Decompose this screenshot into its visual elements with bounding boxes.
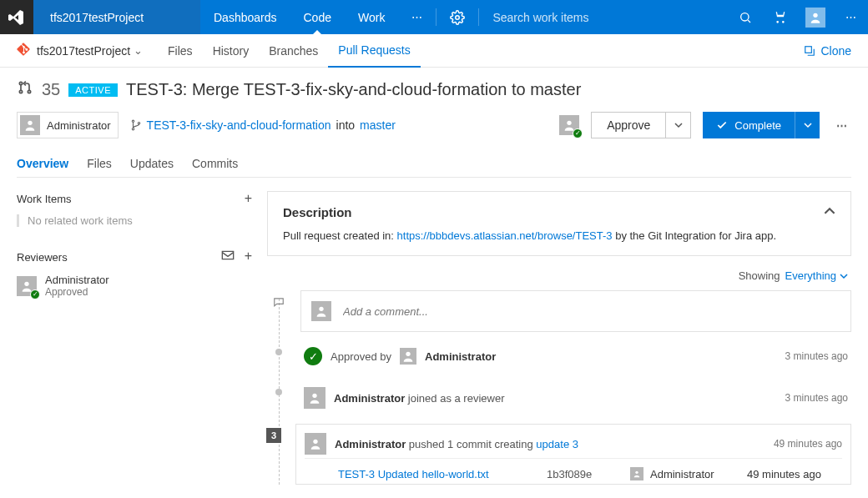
creator-chip[interactable]: Administrator (17, 112, 119, 138)
status-badge: ACTIVE (68, 83, 118, 97)
complete-dropdown[interactable] (795, 112, 820, 138)
svg-point-13 (24, 281, 28, 285)
prtab-overview[interactable]: Overview (17, 150, 68, 177)
description-link[interactable]: https://bbbdevs.atlassian.net/browse/TES… (397, 229, 613, 242)
avatar (630, 467, 643, 480)
breadcrumb-project[interactable]: tfs2017testProject (37, 44, 130, 58)
update-count-badge: 3 (266, 428, 281, 443)
svg-line-2 (748, 20, 750, 23)
overflow-icon[interactable]: ⋯ (833, 11, 868, 23)
pr-id: 35 (42, 80, 60, 99)
prtab-updates[interactable]: Updates (130, 150, 174, 177)
reviewer-status: Approved (45, 286, 109, 298)
svg-rect-4 (805, 46, 812, 53)
comment-input[interactable] (343, 305, 840, 318)
subnav-history[interactable]: History (203, 34, 260, 68)
filter-dropdown[interactable]: Everything (785, 269, 848, 282)
event-time: 49 minutes ago (774, 438, 842, 450)
svg-point-9 (132, 120, 134, 122)
project-selector[interactable]: tfs2017testProject (33, 0, 200, 34)
repo-navbar: tfs2017testProject ⌄ Files History Branc… (0, 34, 868, 68)
svg-point-11 (138, 123, 139, 124)
avatar (559, 115, 579, 135)
reviewer-avatar-chip[interactable] (559, 115, 579, 135)
svg-point-8 (28, 121, 32, 125)
event-user: Administrator (425, 350, 496, 363)
description-prefix: Pull request created in: (283, 229, 397, 242)
tab-work[interactable]: Work (345, 0, 398, 34)
overflow-icon[interactable]: ⋯ (831, 119, 851, 132)
add-reviewer-icon[interactable]: + (245, 249, 252, 265)
complete-button[interactable]: Complete (703, 112, 795, 138)
shop-icon[interactable] (763, 11, 798, 24)
mail-icon[interactable] (221, 249, 235, 265)
source-branch-link[interactable]: TEST-3-fix-sky-and-cloud-formation (147, 118, 331, 132)
approved-check-icon (573, 128, 583, 138)
work-items-title: Work Items (17, 193, 72, 205)
tab-more-icon[interactable]: ⋯ (398, 0, 436, 34)
commit-author: Administrator (650, 468, 714, 480)
search-icon[interactable] (728, 11, 763, 24)
approved-check-icon: ✓ (304, 347, 322, 365)
approve-button[interactable]: Approve (592, 113, 665, 138)
subnav-files[interactable]: Files (158, 34, 203, 68)
avatar (304, 387, 326, 409)
complete-button-group: Complete (703, 112, 820, 138)
vs-logo-icon[interactable] (0, 0, 33, 34)
target-branch-link[interactable]: master (360, 118, 396, 132)
search-input[interactable] (492, 11, 728, 24)
svg-point-14 (319, 307, 323, 311)
chevron-up-icon[interactable] (824, 205, 835, 219)
reviewers-title: Reviewers (17, 251, 68, 264)
tab-dashboards[interactable]: Dashboards (200, 0, 290, 34)
event-pushed: Administrator pushed 1 commit creating u… (305, 430, 842, 458)
add-work-item-icon[interactable]: + (245, 191, 252, 206)
branch-info: TEST-3-fix-sky-and-cloud-formation into … (130, 118, 396, 132)
avatar (20, 115, 40, 135)
into-text: into (336, 118, 356, 132)
svg-point-5 (19, 82, 22, 84)
description-title: Description (283, 205, 352, 219)
avatar (305, 433, 326, 455)
prtab-commits[interactable]: Commits (192, 150, 238, 177)
gear-icon[interactable] (437, 0, 478, 34)
approve-dropdown[interactable] (665, 113, 690, 138)
subnav-branches[interactable]: Branches (259, 34, 328, 68)
commit-row: TEST-3 Updated hello-world.txt 1b3f089e … (305, 458, 842, 484)
timeline: ✓ Approved by Administrator 3 minutes ag… (267, 290, 851, 485)
svg-point-17 (313, 440, 317, 444)
timeline-dot (275, 349, 282, 355)
svg-point-0 (456, 15, 460, 19)
commit-message-link[interactable]: TEST-3 Updated hello-world.txt (338, 468, 547, 480)
approve-button-group: Approve (591, 112, 691, 138)
pr-title: TEST-3: Merge TEST-3-fix-sky-and-cloud-f… (126, 80, 581, 99)
sidebar: Work Items + No related work items Revie… (17, 178, 267, 498)
tab-code[interactable]: Code (290, 0, 345, 34)
chevron-down-icon[interactable]: ⌄ (134, 44, 143, 57)
approved-check-icon (30, 289, 40, 299)
search-box[interactable] (479, 0, 728, 34)
filter-label: Showing (739, 269, 780, 282)
description-suffix: by the Git Integration for Jira app. (613, 229, 777, 242)
clone-button[interactable]: Clone (804, 44, 851, 58)
user-avatar[interactable] (798, 8, 833, 28)
svg-point-6 (19, 90, 22, 93)
svg-point-1 (741, 13, 749, 20)
event-time: 3 minutes ago (785, 350, 848, 362)
update-link[interactable]: update 3 (536, 438, 578, 450)
prtab-files[interactable]: Files (87, 150, 112, 177)
repo-icon (17, 43, 30, 58)
svg-point-3 (813, 13, 817, 17)
event-joined: Administrator joined as a reviewer 3 min… (300, 380, 851, 415)
event-approved: ✓ Approved by Administrator 3 minutes ag… (300, 340, 851, 372)
work-items-empty: No related work items (17, 214, 252, 227)
reviewer-item[interactable]: Administrator Approved (17, 274, 252, 298)
svg-point-15 (406, 352, 410, 356)
subnav-pull-requests[interactable]: Pull Requests (328, 34, 420, 68)
svg-point-10 (132, 128, 134, 130)
commit-time: 49 minutes ago (747, 468, 821, 480)
comment-box[interactable] (300, 290, 851, 332)
avatar (17, 276, 37, 296)
svg-point-16 (312, 394, 316, 398)
avatar (311, 301, 331, 321)
